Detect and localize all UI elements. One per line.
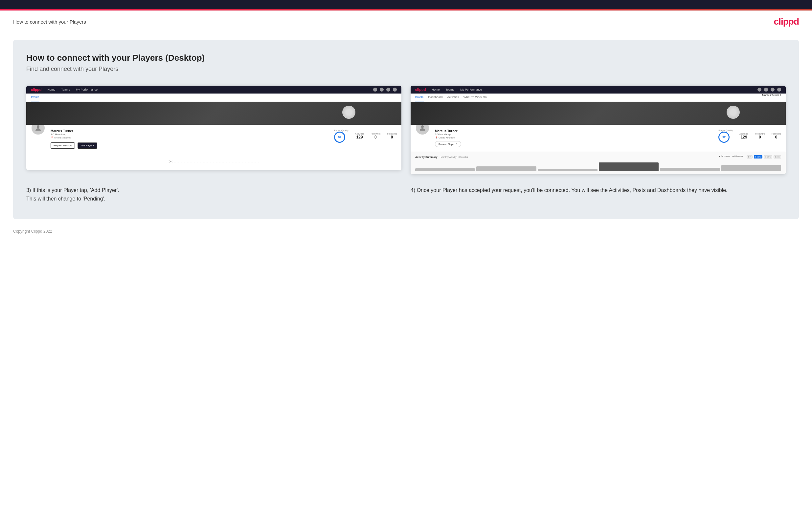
mock-banner-left — [26, 102, 401, 125]
search-icon-right[interactable] — [757, 88, 761, 92]
mock-logo-left: clippd — [31, 88, 41, 92]
mock-nav-teams-right[interactable]: Teams — [445, 88, 454, 91]
ctrl-6mths[interactable]: 6 mths — [754, 155, 762, 159]
globe-icon-right[interactable] — [777, 88, 781, 92]
settings-icon-right[interactable] — [771, 88, 774, 92]
mock-profile-right: Marcus Turner 1-5 Handicap 📍 United King… — [411, 125, 786, 152]
mock-banner-circle-right — [726, 106, 740, 119]
screenshot-left-col: clippd Home Teams My Performance Profile — [26, 86, 401, 174]
ctrl-1yr[interactable]: 1 yr — [747, 155, 753, 159]
user-icon-right[interactable] — [764, 88, 768, 92]
cut-line-icon: ✂ - - - - - - - - - - - - - - - - - - - … — [26, 153, 401, 170]
copyright-text: Copyright Clippd 2022 — [13, 229, 52, 234]
mock-nav-teams-left[interactable]: Teams — [61, 88, 70, 91]
player-dropdown-right[interactable]: Marcus Turner ▾ — [762, 94, 781, 101]
description-text-right: 4) Once your Player has accepted your re… — [411, 186, 786, 194]
activity-summary-header: Activity Summary Monthly Activity · 6 Mo… — [415, 155, 781, 159]
legend-offcourse: ■ Off course — [732, 155, 743, 159]
svg-point-1 — [421, 125, 424, 128]
add-player-button[interactable]: Add Player + — [78, 143, 97, 149]
ctrl-1mth[interactable]: 1 mth — [773, 155, 781, 159]
player-name-left: Marcus Turner — [51, 129, 329, 133]
mock-player-info-right: Marcus Turner 1-5 Handicap 📍 United King… — [435, 129, 713, 147]
activity-summary-title: Activity Summary — [415, 156, 438, 159]
quality-label-right: Player Quality — [718, 129, 733, 131]
mock-nav-icons-left — [373, 88, 397, 92]
mock-nav-right: clippd Home Teams My Performance — [411, 86, 786, 94]
description-col-right: 4) Once your Player has accepted your re… — [411, 186, 786, 203]
bar-3 — [538, 169, 598, 171]
footer: Copyright Clippd 2022 — [0, 226, 812, 239]
player-handicap-right: 1-5 Handicap — [435, 133, 713, 136]
ctrl-3mths[interactable]: 3 mths — [764, 155, 772, 159]
bar-1 — [415, 168, 475, 171]
activity-controls: ■ On course ■ Off course 1 yr 6 mths 3 m… — [719, 155, 781, 159]
screenshots-row: clippd Home Teams My Performance Profile — [26, 86, 786, 174]
activity-summary-subtitle: Monthly Activity · 6 Months — [441, 156, 468, 158]
remove-player-button[interactable]: Remove Player ✕ — [435, 141, 461, 147]
followers-stat-right: Followers 0 — [755, 132, 765, 139]
mock-player-info-left: Marcus Turner 1-5 Handicap 📍 United King… — [51, 129, 329, 149]
page-header: How to connect with your Players clippd — [0, 10, 812, 33]
mock-nav-performance-left[interactable]: My Performance — [76, 88, 98, 91]
bar-4 — [599, 162, 659, 171]
tab-whattowor-right[interactable]: What To Work On — [463, 94, 487, 101]
player-location-right: 📍 United Kingdom — [435, 136, 713, 139]
svg-point-0 — [37, 125, 39, 128]
screenshot-right-col: clippd Home Teams My Performance Profile — [411, 86, 786, 174]
bar-5 — [660, 168, 720, 171]
bar-2 — [476, 166, 536, 171]
bar-6 — [721, 165, 781, 171]
player-location-left: 📍 United Kingdom — [51, 136, 329, 139]
quality-label-left: Player Quality — [334, 129, 349, 131]
legend-oncourse: ■ On course — [719, 155, 730, 159]
mock-nav-home-right[interactable]: Home — [432, 88, 440, 91]
mock-nav-left: clippd Home Teams My Performance — [26, 86, 401, 94]
player-handicap-left: 1-5 Handicap — [51, 133, 329, 136]
top-bar — [0, 0, 812, 9]
activities-stat-right: Activities 129 — [740, 132, 749, 139]
mock-stats-right: Player Quality 92 Activities 129 Followe… — [718, 129, 781, 143]
header-divider — [13, 33, 799, 33]
followers-stat-left: Followers 0 — [370, 132, 380, 139]
quality-circle-right: 92 — [718, 131, 729, 143]
mock-nav-performance-right[interactable]: My Performance — [460, 88, 482, 91]
user-icon-left[interactable] — [380, 88, 384, 92]
activities-stat-left: Activities 129 — [355, 132, 364, 139]
mock-stats-left: Player Quality 92 Activities 129 Followe… — [334, 129, 397, 143]
mock-banner-right — [411, 102, 786, 125]
tab-profile-right[interactable]: Profile — [415, 94, 424, 101]
description-col-left: 3) If this is your Player tap, 'Add Play… — [26, 186, 401, 203]
main-heading: How to connect with your Players (Deskto… — [26, 53, 786, 63]
mock-profile-left: Marcus Turner 1-5 Handicap 📍 United King… — [26, 125, 401, 153]
page-title: How to connect with your Players — [13, 19, 86, 24]
mock-logo-right: clippd — [415, 88, 426, 92]
main-subheading: Find and connect with your Players — [26, 66, 786, 72]
request-follow-button[interactable]: Request to Follow — [51, 143, 75, 149]
remove-player-x-icon: ✕ — [456, 143, 458, 146]
mock-tabs-right: Profile Dashboard Activities What To Wor… — [411, 94, 786, 102]
screenshot-right: clippd Home Teams My Performance Profile — [411, 86, 786, 174]
following-stat-left: Following 0 — [387, 132, 397, 139]
tab-profile-left[interactable]: Profile — [31, 94, 39, 101]
mock-tabs-left: Profile — [26, 94, 401, 102]
activity-summary-section: Activity Summary Monthly Activity · 6 Mo… — [411, 152, 786, 174]
tab-activities-right[interactable]: Activities — [447, 94, 459, 101]
globe-icon-left[interactable] — [393, 88, 397, 92]
mock-nav-icons-right — [757, 88, 781, 92]
main-content: How to connect with your Players (Deskto… — [13, 40, 799, 219]
mock-nav-home-left[interactable]: Home — [47, 88, 55, 91]
quality-circle-left: 92 — [334, 131, 345, 143]
settings-icon-left[interactable] — [386, 88, 390, 92]
search-icon-left[interactable] — [373, 88, 377, 92]
clippd-logo: clippd — [774, 16, 799, 27]
location-pin-icon-right: 📍 — [435, 136, 438, 139]
mock-banner-circle-left — [342, 106, 355, 119]
description-text-left: 3) If this is your Player tap, 'Add Play… — [26, 186, 401, 203]
following-stat-right: Following 0 — [771, 132, 781, 139]
activity-chart — [415, 161, 781, 171]
tab-dashboard-right[interactable]: Dashboard — [428, 94, 443, 101]
location-pin-icon: 📍 — [51, 136, 54, 139]
description-row: 3) If this is your Player tap, 'Add Play… — [26, 186, 786, 203]
player-name-right: Marcus Turner — [435, 129, 713, 133]
